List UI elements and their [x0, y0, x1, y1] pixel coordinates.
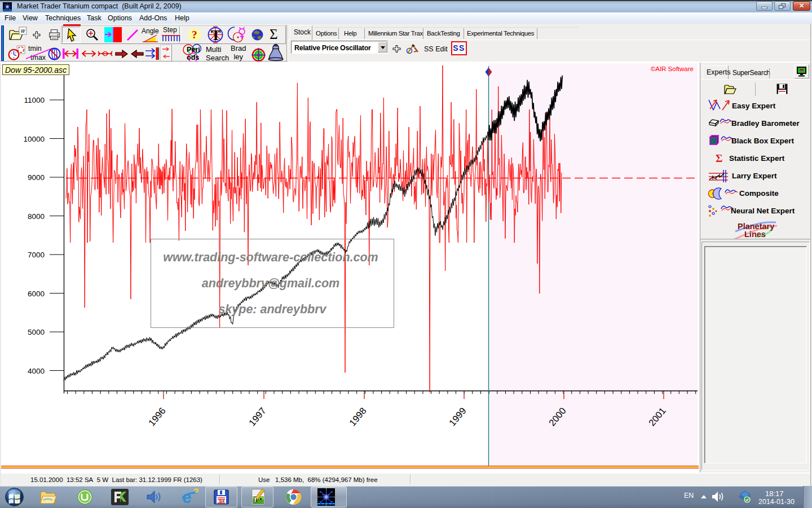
svg-text:10000: 10000	[23, 135, 45, 143]
svg-text:1998: 1998	[347, 405, 368, 428]
svg-text:skype: andreybbrv: skype: andreybbrv	[218, 303, 326, 316]
svg-text:?: ?	[192, 29, 197, 41]
svg-text:8000: 8000	[28, 212, 45, 221]
svg-text:©AIR Software: ©AIR Software	[651, 65, 694, 72]
svg-text:5000: 5000	[28, 328, 45, 336]
svg-text:7000: 7000	[28, 251, 45, 259]
svg-text:T: T	[211, 27, 220, 43]
svg-text:www.trading-software-collectio: www.trading-software-collection.com	[163, 251, 378, 264]
svg-text:1996: 1996	[147, 405, 167, 428]
svg-text:11000: 11000	[24, 96, 45, 104]
svg-text:4000: 4000	[28, 367, 45, 375]
svg-text:Dow 95-2000.asc: Dow 95-2000.asc	[5, 65, 67, 75]
svg-text:1999: 1999	[447, 405, 468, 428]
svg-text:1997: 1997	[247, 405, 268, 428]
svg-text:6000: 6000	[28, 290, 45, 298]
svg-text:w: w	[21, 28, 25, 34]
svg-text:andreybbrv@gmail.com: andreybbrv@gmail.com	[202, 277, 339, 290]
svg-text:Б4: Б4	[219, 499, 224, 503]
svg-text:9000: 9000	[28, 173, 45, 182]
